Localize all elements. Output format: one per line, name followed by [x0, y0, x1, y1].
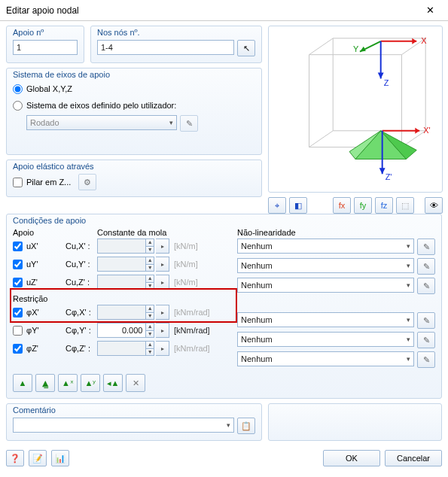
preset-4[interactable]: ▲ʸ [81, 374, 100, 392]
cond-title: Condições de apoio [13, 216, 86, 225]
nl-select-5[interactable]: Nenhum▾ [237, 351, 414, 366]
nos-no-input[interactable] [97, 40, 234, 55]
edit-icon: ✎ [423, 262, 430, 272]
nl-select-4[interactable]: Nenhum▾ [237, 332, 414, 347]
spring-input-4[interactable]: ▲▼ [97, 323, 154, 338]
support-check-4[interactable]: φY' [13, 324, 64, 337]
chevron-down-icon: ▾ [407, 355, 410, 363]
ok-button[interactable]: OK [323, 450, 380, 466]
note-button[interactable]: 📝 [29, 450, 47, 466]
rodado-select: Rodado▾ [26, 115, 177, 130]
spring-unit-0: [kN/m] [174, 242, 221, 251]
spin-down-icon[interactable]: ▼ [145, 330, 154, 338]
sistema-title: Sistema de eixos de apoio [13, 70, 110, 79]
support-check-1[interactable]: uY' [13, 257, 64, 271]
h-nl: Não-linearidade [237, 228, 435, 237]
radio-user[interactable]: Sistema de eixos definido pelo utilizado… [13, 99, 255, 112]
spring-pick-0: ▸ [156, 238, 169, 254]
spin-up-icon: ▲ [145, 275, 154, 282]
spring-pick-1: ▸ [156, 257, 169, 272]
chevron-down-icon: ▾ [407, 336, 410, 343]
chevron-down-icon: ▾ [407, 262, 410, 269]
spring-unit-5: [kNm/rad] [174, 344, 221, 353]
spring-pick-4[interactable]: ▸ [156, 323, 169, 338]
view-y-icon: fy [360, 201, 367, 210]
nl-edit-2[interactable]: ✎ [417, 278, 435, 294]
elastico-title: Apoio elástico através [13, 162, 94, 171]
support-check-5[interactable]: φZ' [13, 342, 64, 355]
spring-unit-2: [kN/m] [174, 278, 221, 287]
calc-button[interactable]: 📊 [51, 450, 69, 466]
spin-up-icon: ▲ [145, 257, 154, 264]
radio-global[interactable]: Global X,Y,Z [13, 82, 255, 96]
comentario-select[interactable]: ▾ [13, 418, 234, 433]
calc-icon: 📊 [55, 454, 66, 463]
spring-label-5: Cφ,Z' : [66, 344, 96, 353]
support-check-3[interactable]: φX' [13, 305, 64, 319]
view-tool-2[interactable]: ◧ [289, 197, 307, 214]
info-panel [268, 403, 442, 441]
chevron-down-icon: ▾ [407, 281, 410, 289]
spring-label-2: Cu,Z' : [66, 278, 96, 287]
spin-up-icon[interactable]: ▲ [145, 323, 154, 330]
preset-6[interactable]: ✕ [126, 374, 145, 392]
svg-marker-7 [412, 38, 416, 44]
view-z[interactable]: fz [375, 197, 393, 214]
svg-marker-0 [309, 55, 402, 147]
nl-select-3[interactable]: Nenhum▾ [237, 312, 414, 327]
close-icon[interactable]: ✕ [415, 2, 445, 20]
view-x[interactable]: fx [333, 197, 351, 214]
view-iso[interactable]: ⬚ [396, 197, 414, 214]
spin-down-icon: ▼ [145, 264, 154, 272]
support-icon-5: ◂▲ [107, 378, 120, 388]
chevron-down-icon: ▾ [407, 316, 410, 324]
apoio-no-input[interactable] [13, 40, 78, 55]
h-mola: Constante da mola [97, 228, 221, 237]
h-apoio: Apoio [13, 228, 64, 237]
edit-icon: ✎ [423, 336, 430, 345]
support-check-2[interactable]: uZ' [13, 275, 64, 289]
nl-edit-0[interactable]: ✎ [417, 238, 435, 255]
edit-icon: ✎ [423, 281, 430, 291]
axis-zp-label: Z' [386, 172, 392, 181]
nl-select-0[interactable]: Nenhum▾ [237, 238, 414, 254]
help-icon: ❓ [10, 454, 20, 463]
cancel-button[interactable]: Cancelar [385, 450, 442, 466]
svg-marker-18 [379, 168, 386, 174]
view-x-icon: fx [339, 201, 346, 210]
pick-nodes-button[interactable]: ↖ [237, 40, 255, 56]
comentario-title: Comentário [13, 406, 56, 415]
nl-edit-5[interactable]: ✎ [417, 351, 435, 368]
nl-select-1[interactable]: Nenhum▾ [237, 258, 414, 273]
svg-marker-11 [378, 72, 384, 78]
pilar-edit-button: ⚙ [78, 174, 96, 190]
h-restr: Restrição [13, 294, 231, 303]
preset-5[interactable]: ◂▲ [103, 374, 123, 392]
support-check-0[interactable]: uX' [13, 239, 64, 253]
view-options[interactable]: 👁 [425, 197, 443, 214]
spring-label-4: Cφ,Y' : [66, 326, 96, 335]
nl-edit-3[interactable]: ✎ [417, 312, 435, 329]
nl-edit-1[interactable]: ✎ [417, 258, 435, 275]
spin-up-icon: ▲ [145, 305, 154, 312]
preset-3[interactable]: ▲ˣ [58, 374, 78, 392]
axis-y-label: Y [353, 44, 359, 53]
spring-pick-5: ▸ [156, 341, 169, 356]
note-icon: 📝 [32, 454, 43, 463]
spring-input-2: ▲▼ [97, 275, 154, 290]
pilar-z-check[interactable]: Pilar em Z... [13, 175, 71, 189]
view-y[interactable]: fy [354, 197, 372, 214]
chevron-down-icon: ▾ [407, 242, 410, 250]
preview-3d[interactable]: X Y Z X' Z' [268, 26, 443, 193]
spring-input-3: ▲▼ [97, 305, 154, 320]
nl-edit-4[interactable]: ✎ [417, 332, 435, 348]
support-icon-6: ✕ [133, 378, 139, 388]
nl-select-2[interactable]: Nenhum▾ [237, 278, 414, 293]
preset-2[interactable]: ▲̲ [35, 374, 55, 392]
view-tool-1[interactable]: ⌖ [268, 197, 286, 214]
edit-icon: ✎ [423, 355, 430, 365]
comentario-apply-button[interactable]: 📋 [237, 418, 255, 434]
spin-up-icon: ▲ [145, 238, 154, 246]
help-button[interactable]: ❓ [6, 450, 24, 466]
preset-1[interactable]: ▲ [13, 374, 32, 392]
